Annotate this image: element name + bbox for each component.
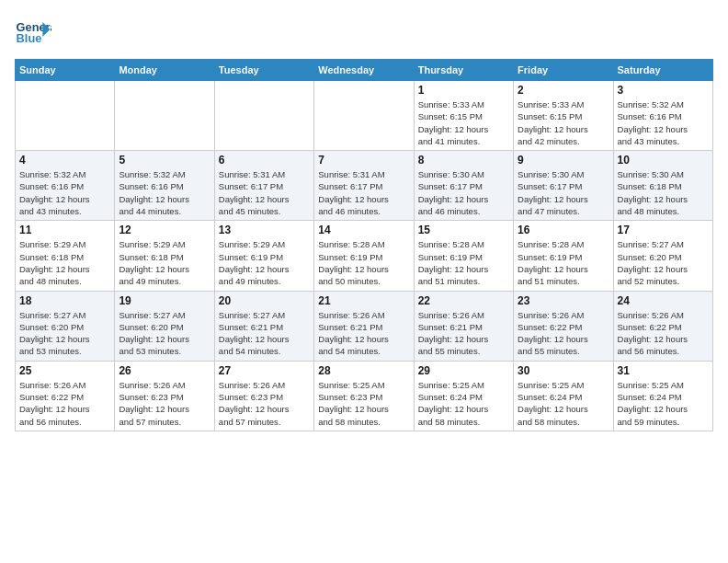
- day-number: 28: [318, 364, 409, 377]
- day-number: 31: [618, 364, 709, 377]
- calendar-cell: [115, 81, 214, 151]
- calendar-cell: 14Sunrise: 5:28 AM Sunset: 6:19 PM Dayli…: [314, 221, 414, 291]
- calendar-cell: 2Sunrise: 5:33 AM Sunset: 6:15 PM Daylig…: [514, 81, 613, 151]
- day-number: 1: [418, 84, 509, 97]
- week-row-1: 1Sunrise: 5:33 AM Sunset: 6:15 PM Daylig…: [16, 81, 713, 151]
- day-number: 26: [119, 364, 210, 377]
- week-row-5: 25Sunrise: 5:26 AM Sunset: 6:22 PM Dayli…: [16, 361, 713, 431]
- calendar-cell: 20Sunrise: 5:27 AM Sunset: 6:21 PM Dayli…: [214, 291, 313, 361]
- week-row-3: 11Sunrise: 5:29 AM Sunset: 6:18 PM Dayli…: [16, 221, 713, 291]
- day-info: Sunrise: 5:25 AM Sunset: 6:23 PM Dayligh…: [318, 379, 409, 428]
- calendar-cell: 31Sunrise: 5:25 AM Sunset: 6:24 PM Dayli…: [613, 361, 712, 431]
- logo: General Blue: [15, 15, 55, 52]
- day-number: 27: [219, 364, 310, 377]
- day-info: Sunrise: 5:26 AM Sunset: 6:21 PM Dayligh…: [418, 309, 509, 358]
- day-info: Sunrise: 5:32 AM Sunset: 6:16 PM Dayligh…: [618, 98, 709, 147]
- calendar-table: SundayMondayTuesdayWednesdayThursdayFrid…: [15, 59, 713, 431]
- day-number: 14: [318, 224, 409, 236]
- day-info: Sunrise: 5:28 AM Sunset: 6:19 PM Dayligh…: [418, 238, 509, 287]
- calendar-cell: 25Sunrise: 5:26 AM Sunset: 6:22 PM Dayli…: [16, 361, 115, 431]
- day-number: 12: [119, 224, 210, 236]
- calendar-cell: 15Sunrise: 5:28 AM Sunset: 6:19 PM Dayli…: [414, 221, 513, 291]
- calendar-cell: 16Sunrise: 5:28 AM Sunset: 6:19 PM Dayli…: [514, 221, 613, 291]
- day-number: 21: [318, 294, 409, 307]
- day-info: Sunrise: 5:31 AM Sunset: 6:17 PM Dayligh…: [219, 168, 310, 217]
- day-info: Sunrise: 5:25 AM Sunset: 6:24 PM Dayligh…: [418, 379, 509, 428]
- calendar-cell: 3Sunrise: 5:32 AM Sunset: 6:16 PM Daylig…: [613, 81, 712, 151]
- day-number: 24: [618, 294, 709, 307]
- calendar-cell: 6Sunrise: 5:31 AM Sunset: 6:17 PM Daylig…: [214, 151, 313, 221]
- day-info: Sunrise: 5:26 AM Sunset: 6:23 PM Dayligh…: [119, 379, 210, 428]
- day-number: 13: [219, 224, 310, 236]
- day-number: 23: [518, 294, 609, 307]
- weekday-header-thursday: Thursday: [414, 60, 513, 81]
- calendar-cell: 5Sunrise: 5:32 AM Sunset: 6:16 PM Daylig…: [115, 151, 214, 221]
- page-header: General Blue: [15, 15, 713, 52]
- calendar-cell: 23Sunrise: 5:26 AM Sunset: 6:22 PM Dayli…: [514, 291, 613, 361]
- day-number: 17: [618, 224, 709, 236]
- day-info: Sunrise: 5:29 AM Sunset: 6:19 PM Dayligh…: [219, 238, 310, 287]
- day-number: 18: [19, 294, 110, 307]
- weekday-header-saturday: Saturday: [613, 60, 712, 81]
- calendar-cell: 30Sunrise: 5:25 AM Sunset: 6:24 PM Dayli…: [514, 361, 613, 431]
- day-info: Sunrise: 5:29 AM Sunset: 6:18 PM Dayligh…: [119, 238, 210, 287]
- day-info: Sunrise: 5:26 AM Sunset: 6:22 PM Dayligh…: [19, 379, 110, 428]
- day-number: 20: [219, 294, 310, 307]
- day-number: 6: [219, 154, 310, 167]
- day-info: Sunrise: 5:26 AM Sunset: 6:22 PM Dayligh…: [618, 309, 709, 358]
- weekday-header-monday: Monday: [115, 60, 214, 81]
- calendar-cell: 4Sunrise: 5:32 AM Sunset: 6:16 PM Daylig…: [16, 151, 115, 221]
- day-info: Sunrise: 5:32 AM Sunset: 6:16 PM Dayligh…: [119, 168, 210, 217]
- calendar-cell: 9Sunrise: 5:30 AM Sunset: 6:17 PM Daylig…: [514, 151, 613, 221]
- weekday-header-friday: Friday: [514, 60, 613, 81]
- day-info: Sunrise: 5:27 AM Sunset: 6:20 PM Dayligh…: [19, 309, 110, 358]
- weekday-header-tuesday: Tuesday: [214, 60, 313, 81]
- day-info: Sunrise: 5:28 AM Sunset: 6:19 PM Dayligh…: [318, 238, 409, 287]
- svg-text:Blue: Blue: [17, 31, 42, 45]
- calendar-cell: 29Sunrise: 5:25 AM Sunset: 6:24 PM Dayli…: [414, 361, 513, 431]
- weekday-header-row: SundayMondayTuesdayWednesdayThursdayFrid…: [16, 60, 713, 81]
- day-info: Sunrise: 5:26 AM Sunset: 6:21 PM Dayligh…: [318, 309, 409, 358]
- day-number: 15: [418, 224, 509, 236]
- week-row-2: 4Sunrise: 5:32 AM Sunset: 6:16 PM Daylig…: [16, 151, 713, 221]
- calendar-cell: [214, 81, 313, 151]
- day-number: 7: [318, 154, 409, 167]
- calendar-cell: 22Sunrise: 5:26 AM Sunset: 6:21 PM Dayli…: [414, 291, 513, 361]
- weekday-header-sunday: Sunday: [16, 60, 115, 81]
- calendar-cell: 17Sunrise: 5:27 AM Sunset: 6:20 PM Dayli…: [613, 221, 712, 291]
- calendar-cell: 12Sunrise: 5:29 AM Sunset: 6:18 PM Dayli…: [115, 221, 214, 291]
- day-number: 9: [518, 154, 609, 167]
- calendar-cell: 21Sunrise: 5:26 AM Sunset: 6:21 PM Dayli…: [314, 291, 414, 361]
- calendar-cell: 10Sunrise: 5:30 AM Sunset: 6:18 PM Dayli…: [613, 151, 712, 221]
- day-info: Sunrise: 5:28 AM Sunset: 6:19 PM Dayligh…: [518, 238, 609, 287]
- day-info: Sunrise: 5:30 AM Sunset: 6:17 PM Dayligh…: [518, 168, 609, 217]
- day-info: Sunrise: 5:27 AM Sunset: 6:21 PM Dayligh…: [219, 309, 310, 358]
- logo-icon: General Blue: [15, 15, 51, 52]
- calendar-cell: 1Sunrise: 5:33 AM Sunset: 6:15 PM Daylig…: [414, 81, 513, 151]
- calendar-cell: 8Sunrise: 5:30 AM Sunset: 6:17 PM Daylig…: [414, 151, 513, 221]
- day-info: Sunrise: 5:33 AM Sunset: 6:15 PM Dayligh…: [418, 98, 509, 147]
- day-info: Sunrise: 5:33 AM Sunset: 6:15 PM Dayligh…: [518, 98, 609, 147]
- day-info: Sunrise: 5:29 AM Sunset: 6:18 PM Dayligh…: [19, 238, 110, 287]
- day-info: Sunrise: 5:26 AM Sunset: 6:22 PM Dayligh…: [518, 309, 609, 358]
- day-info: Sunrise: 5:25 AM Sunset: 6:24 PM Dayligh…: [518, 379, 609, 428]
- calendar-cell: 28Sunrise: 5:25 AM Sunset: 6:23 PM Dayli…: [314, 361, 414, 431]
- day-number: 22: [418, 294, 509, 307]
- day-info: Sunrise: 5:27 AM Sunset: 6:20 PM Dayligh…: [119, 309, 210, 358]
- day-info: Sunrise: 5:27 AM Sunset: 6:20 PM Dayligh…: [618, 238, 709, 287]
- calendar-cell: 27Sunrise: 5:26 AM Sunset: 6:23 PM Dayli…: [214, 361, 313, 431]
- weekday-header-wednesday: Wednesday: [314, 60, 414, 81]
- day-number: 8: [418, 154, 509, 167]
- calendar-cell: 13Sunrise: 5:29 AM Sunset: 6:19 PM Dayli…: [214, 221, 313, 291]
- day-number: 10: [618, 154, 709, 167]
- day-number: 5: [119, 154, 210, 167]
- calendar-cell: 19Sunrise: 5:27 AM Sunset: 6:20 PM Dayli…: [115, 291, 214, 361]
- calendar-cell: 24Sunrise: 5:26 AM Sunset: 6:22 PM Dayli…: [613, 291, 712, 361]
- day-info: Sunrise: 5:30 AM Sunset: 6:18 PM Dayligh…: [618, 168, 709, 217]
- day-number: 30: [518, 364, 609, 377]
- week-row-4: 18Sunrise: 5:27 AM Sunset: 6:20 PM Dayli…: [16, 291, 713, 361]
- day-number: 29: [418, 364, 509, 377]
- day-number: 19: [119, 294, 210, 307]
- calendar-cell: [314, 81, 414, 151]
- day-number: 3: [618, 84, 709, 97]
